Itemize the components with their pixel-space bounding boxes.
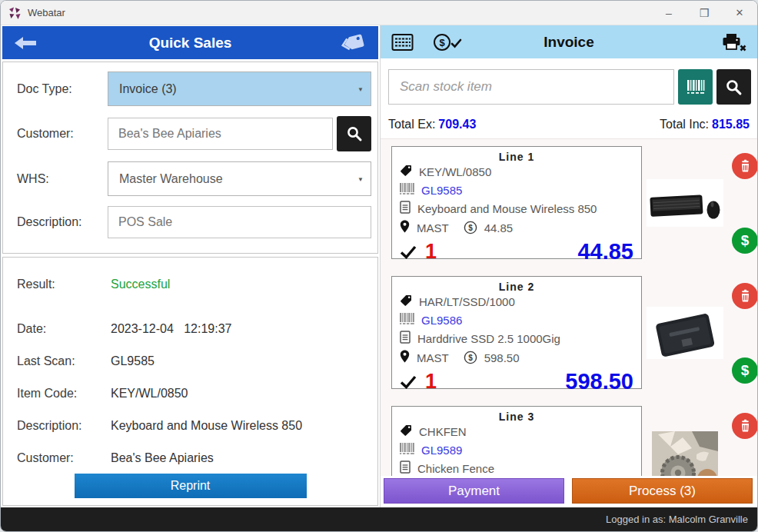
minimize-button[interactable]: –: [651, 1, 687, 25]
total-ex-label: Total Ex:: [388, 118, 435, 131]
search-icon: [725, 78, 743, 96]
whs-label: WHS:: [9, 172, 108, 186]
location-pin-icon: [400, 220, 410, 235]
invoice-line-row: Line 3 CHKFEN GL9589 Chicken Fence: [391, 406, 754, 476]
maximize-button[interactable]: ❒: [687, 1, 722, 25]
doc-type-value: Invoice (3): [119, 82, 177, 96]
document-icon: [400, 201, 411, 216]
customer-input[interactable]: [108, 118, 333, 150]
line-unit-price: 598.50: [484, 351, 520, 364]
line-price-button[interactable]: $: [732, 228, 757, 254]
line-title: Line 1: [400, 151, 633, 163]
stock-search-button[interactable]: [716, 69, 751, 105]
line-qty: 1: [425, 240, 437, 264]
line-actions: [728, 406, 757, 476]
date-label: Date:: [9, 322, 111, 336]
reprint-button[interactable]: Reprint: [75, 474, 307, 498]
line-item-code: KEY/WL/0850: [419, 165, 491, 178]
title-bar: Webatar – ❒ ✕: [1, 1, 757, 25]
quick-sales-header: Quick Sales: [2, 26, 378, 59]
result-customer-label: Customer:: [9, 451, 111, 465]
whs-value: Master Warehouse: [119, 172, 223, 186]
document-icon: [400, 461, 411, 476]
svg-text:$: $: [439, 36, 445, 48]
logged-in-user: Logged in as: Malcolm Granville: [606, 514, 748, 525]
line-barcode-link[interactable]: GL9589: [421, 444, 462, 457]
line-actions: $: [728, 276, 757, 389]
invoice-line-card[interactable]: Line 2 HAR/LT/SSD/1000 GL9586 Harddrive …: [391, 276, 642, 389]
scan-stock-input[interactable]: [388, 69, 674, 105]
document-icon: [400, 331, 411, 346]
currency-check-icon[interactable]: $: [432, 32, 463, 52]
description-input[interactable]: [108, 206, 371, 238]
keypad-icon[interactable]: [391, 33, 414, 52]
line-total: 44.85: [577, 239, 633, 264]
invoice-line-row: Line 2 HAR/LT/SSD/1000 GL9586 Harddrive …: [391, 276, 754, 389]
doc-type-label: Doc Type:: [9, 82, 108, 96]
result-description-label: Description:: [9, 419, 111, 433]
tags-icon[interactable]: [340, 32, 367, 55]
line-title: Line 3: [400, 411, 633, 423]
line-item-code: CHKFEN: [419, 425, 467, 438]
trash-icon: [739, 159, 752, 173]
payment-button[interactable]: Payment: [384, 478, 564, 504]
app-window: Webatar – ❒ ✕ Quick Sales: [0, 0, 758, 532]
invoice-line-card[interactable]: Line 3 CHKFEN GL9589 Chicken Fence: [391, 406, 642, 476]
description-label: Description:: [9, 215, 108, 229]
invoice-line-card[interactable]: Line 1 KEY/WL/0850 GL9585 Keyboard and M…: [391, 146, 642, 259]
barcode-icon: [686, 78, 706, 95]
barcode-scan-button[interactable]: [678, 69, 713, 105]
barcode-icon: [400, 183, 414, 197]
unit-price-icon: $: [464, 351, 477, 364]
invoice-actions: Payment Process (3): [381, 476, 757, 507]
invoice-panel: $ Invoice: [381, 25, 757, 507]
location-pin-icon: [400, 350, 410, 365]
product-image: [642, 146, 728, 259]
scan-row: [381, 58, 757, 108]
print-cancel-icon[interactable]: [720, 32, 746, 52]
totals-row: Total Ex:709.43 Total Inc:815.85: [381, 108, 757, 138]
line-title: Line 2: [400, 281, 633, 293]
tag-icon: [400, 424, 412, 439]
close-button[interactable]: ✕: [722, 1, 757, 25]
item-code-value: KEY/WL/0850: [111, 387, 188, 401]
invoice-lines-list[interactable]: Line 1 KEY/WL/0850 GL9585 Keyboard and M…: [381, 138, 757, 476]
total-inc-value: 815.85: [712, 118, 750, 131]
barcode-icon: [400, 443, 414, 457]
search-icon: [346, 125, 363, 142]
unit-price-icon: $: [464, 221, 477, 234]
line-description: Keyboard and Mouse Wireless 850: [417, 202, 597, 215]
doc-type-select[interactable]: Invoice (3) ▼: [108, 71, 371, 106]
line-price-button[interactable]: $: [732, 357, 757, 384]
status-bar: Logged in as: Malcolm Granville: [1, 507, 757, 531]
tag-icon: [400, 294, 412, 309]
invoice-line-row: Line 1 KEY/WL/0850 GL9585 Keyboard and M…: [391, 146, 754, 259]
barcode-icon: [400, 313, 414, 327]
result-customer-value: Bea's Bee Apiaries: [111, 451, 214, 465]
delete-line-button[interactable]: [732, 153, 757, 179]
quick-sales-form: Doc Type: Invoice (3) ▼ Customer:: [2, 62, 378, 254]
product-image: [642, 276, 728, 389]
invoice-header: $ Invoice: [381, 25, 757, 58]
whs-select[interactable]: Master Warehouse ▼: [108, 161, 371, 196]
line-barcode-link[interactable]: GL9585: [421, 184, 462, 197]
line-actions: $: [728, 146, 757, 259]
process-button[interactable]: Process (3): [572, 478, 753, 504]
customer-search-button[interactable]: [337, 116, 371, 151]
total-ex: Total Ex:709.43: [388, 118, 476, 131]
date-value: 2023-12-04 12:19:37: [111, 322, 231, 336]
check-icon: [400, 374, 417, 389]
item-code-label: Item Code:: [9, 387, 111, 401]
last-scan-value: GL9585: [111, 354, 155, 368]
result-status: Successful: [111, 278, 170, 291]
line-barcode-link[interactable]: GL9586: [421, 314, 462, 327]
line-warehouse: MAST: [417, 351, 449, 364]
back-arrow-icon[interactable]: [13, 35, 38, 52]
window-title: Webatar: [28, 7, 65, 18]
total-ex-value: 709.43: [438, 118, 476, 131]
total-inc-label: Total Inc:: [660, 118, 709, 131]
line-item-code: HAR/LT/SSD/1000: [419, 295, 515, 308]
delete-line-button[interactable]: [732, 413, 757, 439]
line-total: 598.50: [565, 369, 633, 394]
delete-line-button[interactable]: [732, 283, 757, 309]
